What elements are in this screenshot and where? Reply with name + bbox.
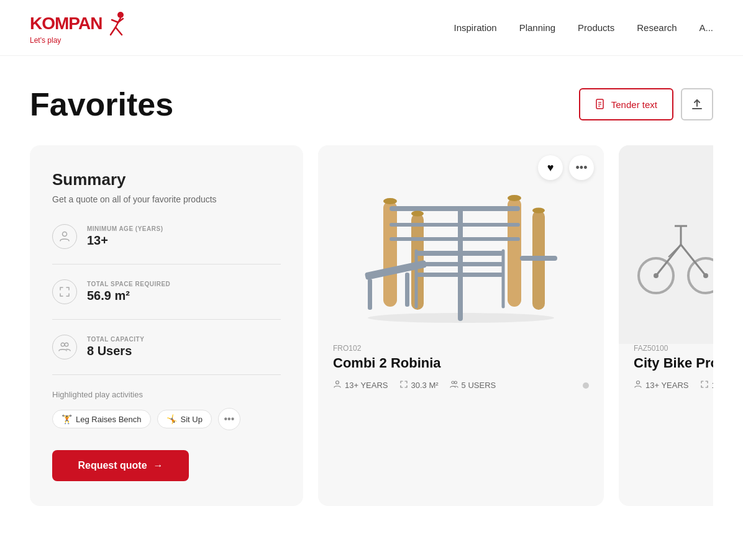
more-options-button-1[interactable]: •••: [569, 155, 594, 180]
document-icon: [595, 99, 606, 110]
age-icon: [52, 224, 77, 249]
product-space-value-2: 11.: [712, 381, 713, 390]
tender-text-button[interactable]: Tender text: [579, 88, 673, 120]
request-quote-arrow: →: [153, 460, 163, 471]
age-meta-icon-2: [634, 380, 642, 391]
brand-name: KOMPAN: [30, 15, 102, 32]
activity-chip-sit-up[interactable]: 🤸 Sit Up: [157, 410, 212, 428]
product-info-2: FAZ50100 City Bike Pro 13+ YEARS 11.: [619, 344, 713, 391]
activity-chip-leg-raises[interactable]: 🏋 Leg Raises Bench: [52, 410, 151, 428]
product-age-2: 13+ YEARS: [634, 380, 689, 391]
product-space-1: 30.3 M²: [399, 380, 439, 391]
svg-rect-30: [405, 273, 409, 307]
product-card-1: ♥ •••: [318, 145, 604, 506]
svg-rect-21: [390, 206, 520, 211]
favorite-button-1[interactable]: ♥: [538, 155, 563, 180]
more-activities-button[interactable]: •••: [218, 408, 240, 430]
svg-point-36: [508, 195, 521, 201]
favorites-header: Favorites Tender text: [30, 86, 713, 123]
page-title: Favorites: [30, 86, 173, 123]
svg-point-50: [637, 381, 640, 384]
svg-point-13: [61, 343, 65, 346]
product-info-1: FRO102 Combi 2 Robinia 13+ YEARS 30.3 M²: [318, 344, 604, 391]
summary-card: Summary Get a quote on all of your favor…: [30, 145, 303, 506]
users-meta-icon-1: [450, 380, 458, 391]
svg-rect-22: [390, 223, 520, 227]
product-meta-2: 13+ YEARS 11.: [634, 380, 713, 391]
product-code-1: FRO102: [333, 344, 589, 353]
export-button[interactable]: [681, 88, 713, 120]
stat-capacity: TOTAL CAPACITY 8 Users: [52, 335, 281, 359]
svg-point-39: [452, 381, 454, 384]
sit-up-label: Sit Up: [181, 415, 203, 424]
capacity-value: 8 Users: [87, 344, 144, 358]
nav-research[interactable]: Research: [637, 22, 677, 33]
product-image-2: [619, 145, 713, 344]
main-nav: Inspiration Planning Products Research A…: [454, 22, 713, 33]
activities-label: Highlighted play activities: [52, 390, 281, 399]
activities-row: 🏋 Leg Raises Bench 🤸 Sit Up •••: [52, 408, 281, 430]
brand-tagline: Let's play: [30, 36, 61, 45]
product-svg-citybike: [631, 183, 713, 307]
product-age-1: 13+ YEARS: [333, 380, 388, 391]
age-meta-icon-1: [333, 380, 342, 391]
product-users-1: 5 USERS: [450, 380, 496, 391]
product-name-2: City Bike Pro: [634, 355, 713, 371]
space-meta-icon-2: [700, 380, 709, 391]
header: KOMPAN Let's play Inspiration Planning P…: [0, 0, 743, 56]
sit-up-icon: 🤸: [166, 414, 177, 424]
svg-rect-19: [508, 198, 521, 307]
svg-point-47: [654, 273, 659, 278]
svg-point-34: [383, 198, 397, 204]
request-quote-label: Request quote: [78, 460, 147, 471]
request-quote-button[interactable]: Request quote →: [52, 450, 189, 481]
svg-line-4: [112, 20, 118, 22]
svg-rect-23: [390, 237, 520, 241]
svg-rect-16: [383, 201, 397, 307]
logo[interactable]: KOMPAN Let's play: [30, 11, 127, 45]
product-users-value-1: 5 USERS: [462, 381, 496, 390]
svg-line-44: [681, 245, 706, 276]
svg-rect-27: [458, 206, 463, 321]
stat-space: TOTAL SPACE REQUIRED 56.9 m²: [52, 279, 281, 304]
space-meta-icon-1: [399, 380, 408, 391]
summary-description: Get a quote on all of your favorite prod…: [52, 194, 281, 204]
upload-icon: [691, 98, 703, 111]
svg-line-49: [668, 245, 681, 257]
svg-line-2: [111, 27, 116, 35]
svg-point-14: [65, 343, 68, 346]
product-age-value-1: 13+ YEARS: [345, 381, 388, 390]
svg-rect-29: [368, 279, 372, 310]
nav-inspiration[interactable]: Inspiration: [454, 22, 496, 33]
space-value: 56.9 m²: [87, 289, 170, 303]
cards-row: Summary Get a quote on all of your favor…: [30, 145, 713, 506]
capacity-label: TOTAL CAPACITY: [87, 336, 144, 343]
summary-title: Summary: [52, 170, 281, 189]
space-icon: [52, 279, 77, 304]
product-age-value-2: 13+ YEARS: [645, 381, 689, 390]
min-age-label: MINIMUM AGE (YEARS): [87, 225, 163, 232]
product-dot-1: [583, 382, 589, 389]
min-age-value: 13+: [87, 233, 163, 248]
page-content: Favorites Tender text: [0, 56, 743, 506]
nav-products[interactable]: Products: [578, 22, 614, 33]
product-card-1-actions: ♥ •••: [538, 155, 594, 180]
product-meta-1: 13+ YEARS 30.3 M² 5 USERS: [333, 380, 589, 391]
svg-point-38: [336, 381, 339, 384]
product-svg-combi2: [349, 164, 573, 325]
svg-point-37: [532, 208, 545, 214]
svg-line-43: [656, 245, 681, 276]
product-space-2: 11.: [700, 380, 713, 391]
brand-logo-figure: [104, 11, 127, 36]
product-space-value-1: 30.3 M²: [411, 381, 439, 390]
header-actions: Tender text: [579, 88, 713, 120]
stat-min-age: MINIMUM AGE (YEARS) 13+: [52, 224, 281, 249]
product-name-1: Combi 2 Robinia: [333, 355, 589, 371]
nav-more[interactable]: A...: [699, 22, 713, 33]
space-label: TOTAL SPACE REQUIRED: [87, 281, 170, 287]
nav-planning[interactable]: Planning: [519, 22, 555, 33]
more-dots: •••: [224, 413, 235, 425]
svg-line-3: [116, 27, 122, 35]
product-card-2: FAZ50100 City Bike Pro 13+ YEARS 11.: [619, 145, 713, 506]
svg-point-35: [411, 211, 424, 217]
